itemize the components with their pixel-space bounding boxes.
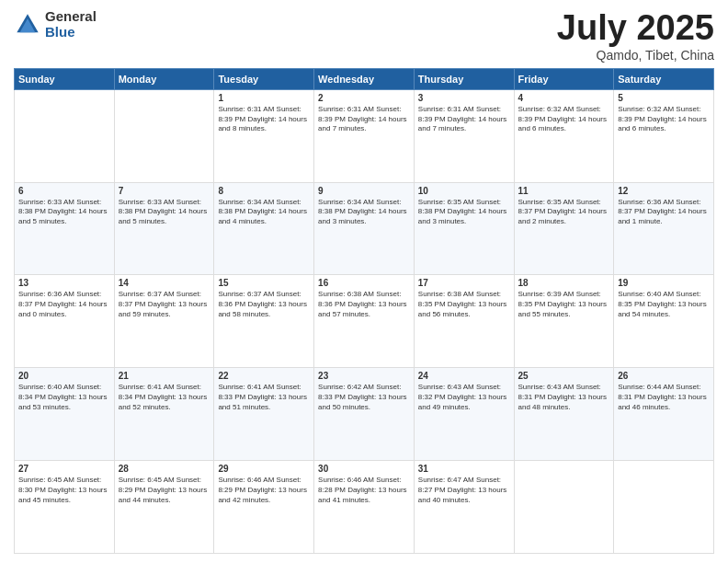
logo-blue-text: Blue — [45, 25, 97, 40]
day-cell: 18Sunrise: 6:39 AM Sunset: 8:35 PM Dayli… — [514, 275, 614, 368]
day-number: 26 — [618, 371, 710, 381]
day-cell — [514, 461, 614, 554]
day-info: Sunrise: 6:45 AM Sunset: 8:30 PM Dayligh… — [18, 476, 110, 505]
day-cell — [15, 89, 115, 182]
day-cell: 21Sunrise: 6:41 AM Sunset: 8:34 PM Dayli… — [114, 368, 214, 461]
col-header-sunday: Sunday — [15, 68, 115, 89]
day-cell: 6Sunrise: 6:33 AM Sunset: 8:38 PM Daylig… — [15, 182, 115, 275]
week-row-0: 1Sunrise: 6:31 AM Sunset: 8:39 PM Daylig… — [15, 89, 714, 182]
week-row-1: 6Sunrise: 6:33 AM Sunset: 8:38 PM Daylig… — [15, 182, 714, 275]
day-info: Sunrise: 6:41 AM Sunset: 8:33 PM Dayligh… — [218, 383, 310, 412]
day-cell: 8Sunrise: 6:34 AM Sunset: 8:38 PM Daylig… — [214, 182, 314, 275]
calendar-location: Qamdo, Tibet, China — [557, 48, 714, 63]
day-number: 8 — [218, 186, 310, 196]
day-info: Sunrise: 6:43 AM Sunset: 8:32 PM Dayligh… — [418, 383, 510, 412]
day-cell: 11Sunrise: 6:35 AM Sunset: 8:37 PM Dayli… — [514, 182, 614, 275]
day-cell: 14Sunrise: 6:37 AM Sunset: 8:37 PM Dayli… — [114, 275, 214, 368]
header-row: SundayMondayTuesdayWednesdayThursdayFrid… — [15, 68, 714, 89]
logo-general-text: General — [45, 9, 97, 25]
day-info: Sunrise: 6:31 AM Sunset: 8:39 PM Dayligh… — [418, 105, 510, 134]
week-row-4: 27Sunrise: 6:45 AM Sunset: 8:30 PM Dayli… — [15, 461, 714, 554]
day-cell: 9Sunrise: 6:34 AM Sunset: 8:38 PM Daylig… — [314, 182, 415, 275]
day-cell: 22Sunrise: 6:41 AM Sunset: 8:33 PM Dayli… — [214, 368, 314, 461]
day-number: 24 — [418, 371, 510, 381]
day-number: 9 — [318, 186, 410, 196]
day-cell — [614, 461, 714, 554]
col-header-tuesday: Tuesday — [214, 68, 314, 89]
day-info: Sunrise: 6:44 AM Sunset: 8:31 PM Dayligh… — [618, 383, 710, 412]
day-cell: 26Sunrise: 6:44 AM Sunset: 8:31 PM Dayli… — [614, 368, 714, 461]
day-cell: 15Sunrise: 6:37 AM Sunset: 8:36 PM Dayli… — [214, 275, 314, 368]
day-number: 23 — [318, 371, 410, 381]
day-cell: 25Sunrise: 6:43 AM Sunset: 8:31 PM Dayli… — [514, 368, 614, 461]
day-cell: 5Sunrise: 6:32 AM Sunset: 8:39 PM Daylig… — [614, 89, 714, 182]
day-cell: 28Sunrise: 6:45 AM Sunset: 8:29 PM Dayli… — [114, 461, 214, 554]
day-number: 18 — [518, 278, 610, 288]
day-info: Sunrise: 6:39 AM Sunset: 8:35 PM Dayligh… — [518, 290, 610, 319]
day-info: Sunrise: 6:38 AM Sunset: 8:35 PM Dayligh… — [418, 290, 510, 319]
day-number: 16 — [318, 278, 410, 288]
day-number: 14 — [119, 278, 210, 288]
day-info: Sunrise: 6:36 AM Sunset: 8:37 PM Dayligh… — [618, 198, 710, 227]
day-number: 7 — [119, 186, 210, 196]
col-header-friday: Friday — [514, 68, 614, 89]
day-info: Sunrise: 6:33 AM Sunset: 8:38 PM Dayligh… — [18, 198, 110, 227]
day-cell: 13Sunrise: 6:36 AM Sunset: 8:37 PM Dayli… — [15, 275, 115, 368]
col-header-thursday: Thursday — [414, 68, 514, 89]
day-number: 11 — [518, 186, 610, 196]
day-number: 19 — [618, 278, 710, 288]
page: General Blue July 2025 Qamdo, Tibet, Chi… — [0, 0, 728, 563]
day-info: Sunrise: 6:40 AM Sunset: 8:35 PM Dayligh… — [618, 290, 710, 319]
day-info: Sunrise: 6:42 AM Sunset: 8:33 PM Dayligh… — [318, 383, 410, 412]
day-info: Sunrise: 6:37 AM Sunset: 8:36 PM Dayligh… — [218, 290, 310, 319]
day-cell: 17Sunrise: 6:38 AM Sunset: 8:35 PM Dayli… — [414, 275, 514, 368]
day-info: Sunrise: 6:47 AM Sunset: 8:27 PM Dayligh… — [418, 476, 510, 505]
day-number: 17 — [418, 278, 510, 288]
day-cell: 10Sunrise: 6:35 AM Sunset: 8:38 PM Dayli… — [414, 182, 514, 275]
day-cell: 23Sunrise: 6:42 AM Sunset: 8:33 PM Dayli… — [314, 368, 415, 461]
day-info: Sunrise: 6:46 AM Sunset: 8:29 PM Dayligh… — [218, 476, 310, 505]
day-info: Sunrise: 6:38 AM Sunset: 8:36 PM Dayligh… — [318, 290, 410, 319]
day-info: Sunrise: 6:34 AM Sunset: 8:38 PM Dayligh… — [318, 198, 410, 227]
day-cell: 3Sunrise: 6:31 AM Sunset: 8:39 PM Daylig… — [414, 89, 514, 182]
day-cell: 12Sunrise: 6:36 AM Sunset: 8:37 PM Dayli… — [614, 182, 714, 275]
day-cell: 4Sunrise: 6:32 AM Sunset: 8:39 PM Daylig… — [514, 89, 614, 182]
day-info: Sunrise: 6:36 AM Sunset: 8:37 PM Dayligh… — [18, 290, 110, 319]
day-number: 27 — [18, 464, 110, 474]
day-info: Sunrise: 6:34 AM Sunset: 8:38 PM Dayligh… — [218, 198, 310, 227]
day-number: 13 — [18, 278, 110, 288]
logo-text: General Blue — [45, 9, 97, 40]
day-number: 15 — [218, 278, 310, 288]
day-number: 30 — [318, 464, 410, 474]
day-cell: 31Sunrise: 6:47 AM Sunset: 8:27 PM Dayli… — [414, 461, 514, 554]
day-number: 10 — [418, 186, 510, 196]
day-number: 2 — [318, 93, 410, 103]
day-cell: 20Sunrise: 6:40 AM Sunset: 8:34 PM Dayli… — [15, 368, 115, 461]
header: General Blue July 2025 Qamdo, Tibet, Chi… — [14, 9, 714, 63]
week-row-3: 20Sunrise: 6:40 AM Sunset: 8:34 PM Dayli… — [15, 368, 714, 461]
day-cell: 2Sunrise: 6:31 AM Sunset: 8:39 PM Daylig… — [314, 89, 415, 182]
day-cell: 29Sunrise: 6:46 AM Sunset: 8:29 PM Dayli… — [214, 461, 314, 554]
day-cell: 1Sunrise: 6:31 AM Sunset: 8:39 PM Daylig… — [214, 89, 314, 182]
week-row-2: 13Sunrise: 6:36 AM Sunset: 8:37 PM Dayli… — [15, 275, 714, 368]
col-header-monday: Monday — [114, 68, 214, 89]
day-info: Sunrise: 6:35 AM Sunset: 8:37 PM Dayligh… — [518, 198, 610, 227]
logo-icon — [14, 11, 41, 39]
day-number: 28 — [119, 464, 210, 474]
day-number: 25 — [518, 371, 610, 381]
day-cell: 7Sunrise: 6:33 AM Sunset: 8:38 PM Daylig… — [114, 182, 214, 275]
day-number: 1 — [218, 93, 310, 103]
day-info: Sunrise: 6:46 AM Sunset: 8:28 PM Dayligh… — [318, 476, 410, 505]
col-header-wednesday: Wednesday — [314, 68, 415, 89]
day-number: 21 — [119, 371, 210, 381]
day-info: Sunrise: 6:41 AM Sunset: 8:34 PM Dayligh… — [119, 383, 210, 412]
day-number: 29 — [218, 464, 310, 474]
day-number: 22 — [218, 371, 310, 381]
day-info: Sunrise: 6:32 AM Sunset: 8:39 PM Dayligh… — [518, 105, 610, 134]
day-number: 6 — [18, 186, 110, 196]
day-info: Sunrise: 6:33 AM Sunset: 8:38 PM Dayligh… — [119, 198, 210, 227]
day-info: Sunrise: 6:37 AM Sunset: 8:37 PM Dayligh… — [119, 290, 210, 319]
day-number: 5 — [618, 93, 710, 103]
day-cell: 16Sunrise: 6:38 AM Sunset: 8:36 PM Dayli… — [314, 275, 415, 368]
col-header-saturday: Saturday — [614, 68, 714, 89]
